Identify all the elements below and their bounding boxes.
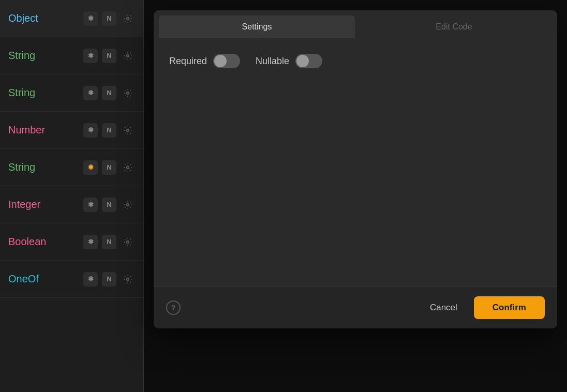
settings-gear-icon[interactable]: [121, 86, 135, 100]
help-button[interactable]: ?: [166, 300, 181, 315]
svg-point-3: [127, 129, 129, 131]
item-type-label: String: [8, 161, 50, 173]
nullable-n-icon[interactable]: N: [102, 235, 116, 249]
nullable-n-icon[interactable]: N: [102, 160, 116, 175]
item-icons: ✱N: [83, 198, 135, 212]
nullable-toggle-knob: [296, 55, 309, 67]
sidebar-item-number[interactable]: Number✱N: [0, 112, 143, 149]
svg-point-7: [127, 278, 129, 280]
svg-point-5: [127, 203, 129, 206]
sidebar: Object✱N String✱N String✱N Number✱N Stri…: [0, 0, 144, 392]
item-type-label: String: [8, 50, 50, 62]
item-icons: ✱N: [83, 11, 135, 26]
required-star-icon[interactable]: ✱: [83, 160, 98, 175]
nullable-n-icon[interactable]: N: [102, 11, 116, 26]
nullable-n-icon[interactable]: N: [102, 86, 116, 100]
required-toggle-knob: [214, 55, 227, 67]
required-star-icon[interactable]: ✱: [83, 49, 98, 63]
modal-body: Required Nullable: [154, 38, 557, 287]
item-icons: ✱N: [83, 235, 135, 249]
item-type-label: String: [8, 87, 50, 99]
item-icons: ✱N: [83, 86, 135, 100]
settings-gear-icon[interactable]: [121, 272, 135, 287]
confirm-button[interactable]: Confirm: [474, 296, 545, 319]
modal-footer: ? Cancel Confirm: [154, 287, 557, 328]
nullable-n-icon[interactable]: N: [102, 272, 116, 287]
required-toggle-group: Required: [169, 54, 240, 68]
sidebar-item-integer[interactable]: Integer✱N: [0, 186, 143, 223]
modal-overlay: Settings Edit Code Required Nullable: [144, 0, 567, 392]
nullable-n-icon[interactable]: N: [102, 198, 116, 212]
item-type-label: OneOf: [8, 273, 50, 285]
item-icons: ✱N: [83, 123, 135, 138]
required-star-icon[interactable]: ✱: [83, 11, 98, 26]
required-star-icon[interactable]: ✱: [83, 123, 98, 138]
item-type-label: Object: [8, 12, 50, 24]
required-star-icon[interactable]: ✱: [83, 198, 98, 212]
sidebar-item-oneof[interactable]: OneOf✱N: [0, 261, 143, 298]
modal: Settings Edit Code Required Nullable: [154, 10, 557, 328]
item-icons: ✱N: [83, 49, 135, 63]
sidebar-item-boolean[interactable]: Boolean✱N: [0, 223, 143, 261]
tab-settings[interactable]: Settings: [159, 16, 355, 38]
sidebar-item-object[interactable]: Object✱N: [0, 0, 143, 37]
sidebar-item-string2[interactable]: String✱N: [0, 74, 143, 112]
nullable-toggle-group: Nullable: [256, 54, 322, 68]
settings-gear-icon[interactable]: [121, 11, 135, 26]
svg-point-6: [127, 240, 129, 243]
item-type-label: Number: [8, 124, 50, 136]
required-star-icon[interactable]: ✱: [83, 272, 98, 287]
required-star-icon[interactable]: ✱: [83, 235, 98, 249]
item-icons: ✱N: [83, 160, 135, 175]
settings-gear-icon[interactable]: [121, 49, 135, 63]
nullable-label: Nullable: [256, 56, 289, 67]
svg-point-2: [127, 92, 129, 94]
toggle-row: Required Nullable: [169, 54, 542, 68]
required-label: Required: [169, 56, 207, 67]
item-icons: ✱N: [83, 272, 135, 287]
footer-buttons: Cancel Confirm: [420, 296, 545, 319]
cancel-button[interactable]: Cancel: [420, 296, 468, 319]
required-toggle[interactable]: [213, 54, 240, 68]
sidebar-item-string3[interactable]: String✱N: [0, 149, 143, 186]
item-type-label: Integer: [8, 199, 50, 210]
item-type-label: Boolean: [8, 236, 50, 248]
settings-gear-icon[interactable]: [121, 235, 135, 249]
settings-gear-icon[interactable]: [121, 160, 135, 175]
svg-point-1: [127, 54, 129, 57]
svg-point-4: [127, 166, 129, 169]
required-star-icon[interactable]: ✱: [83, 86, 98, 100]
nullable-n-icon[interactable]: N: [102, 49, 116, 63]
tab-edit-code[interactable]: Edit Code: [356, 16, 552, 38]
settings-gear-icon[interactable]: [121, 123, 135, 138]
sidebar-item-string1[interactable]: String✱N: [0, 37, 143, 74]
settings-gear-icon[interactable]: [121, 198, 135, 212]
svg-point-0: [127, 17, 129, 20]
modal-tabs: Settings Edit Code: [154, 10, 557, 38]
nullable-toggle[interactable]: [295, 54, 322, 68]
nullable-n-icon[interactable]: N: [102, 123, 116, 138]
